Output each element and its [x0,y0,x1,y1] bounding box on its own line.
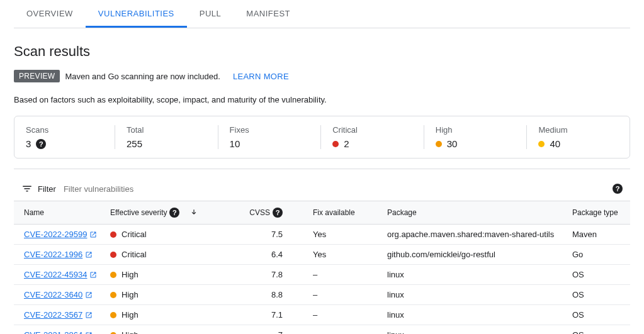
fix-value: – [288,265,382,285]
help-icon[interactable]: ? [169,208,179,218]
cve-link[interactable]: CVE-2021-3864 [24,330,93,334]
severity-text: High [121,310,138,320]
severity-cell: High [110,310,226,320]
stat-value: 40 [550,138,560,149]
severity-cell: High [110,330,226,334]
package-type-value: Maven [567,225,630,245]
fix-value: – [288,285,382,305]
external-link-icon [85,311,93,319]
cve-link[interactable]: CVE-2022-1996 [24,250,93,259]
package-value: linux [382,285,567,305]
table-row: CVE-2022-3640 High8.8–linuxOS [14,285,630,305]
stat-value: 30 [447,138,458,149]
package-type-value: OS [567,265,630,285]
package-type-value: Go [567,245,630,265]
severity-text: High [121,330,138,334]
cve-link[interactable]: CVE-2022-3567 [24,310,93,320]
stat-label: Fixes [230,125,310,135]
package-type-value: OS [567,285,630,305]
cvss-value: 6.4 [231,245,288,265]
cve-link[interactable]: CVE-2022-45934 [24,270,97,279]
tabs-bar: OVERVIEW VULNERABILITIES PULL MANIFEST [14,0,630,28]
severity-dot-icon [110,332,116,335]
help-icon[interactable]: ? [613,184,623,194]
stat-critical: Critical 2 [321,125,424,149]
severity-cell: High [110,290,226,299]
fix-value: Yes [288,245,382,265]
divider [14,169,630,169]
cvss-value: 7.8 [231,265,288,285]
critical-dot-icon [332,141,339,147]
severity-dot-icon [110,231,116,238]
tab-pull[interactable]: PULL [187,0,234,28]
vulnerabilities-table: Name Effective severity ? CVSS ? Fix ava… [14,201,630,334]
severity-dot-icon [110,292,116,298]
stat-label: Total [127,125,206,135]
column-fix[interactable]: Fix available [288,201,382,225]
stat-value: 3 [26,138,31,149]
tab-vulnerabilities[interactable]: VULNERABILITIES [86,0,187,28]
high-dot-icon [436,141,442,147]
severity-text: Critical [121,230,147,239]
filter-label: Filter [38,184,56,194]
external-link-icon [89,231,97,238]
package-type-value: OS [567,305,630,325]
table-row: CVE-2022-45934 High7.8–linuxOS [14,265,630,285]
severity-dot-icon [110,252,116,258]
sort-down-icon [189,208,198,217]
column-severity[interactable]: Effective severity ? [105,201,231,225]
severity-cell: High [110,270,226,279]
column-cvss-label: CVSS [249,208,270,217]
stat-scans: Scans 3 ? [14,125,115,149]
severity-dot-icon [110,312,116,318]
stat-label: Critical [332,125,412,135]
filter-icon [21,183,33,194]
fix-value: – [288,305,382,325]
column-cvss[interactable]: CVSS ? [231,201,288,225]
column-package[interactable]: Package [382,201,567,225]
package-value: org.apache.maven.shared:maven-shared-uti… [382,225,567,245]
external-link-icon [85,291,93,299]
stat-fixes: Fixes 10 [218,125,322,149]
external-link-icon [89,271,97,279]
package-value: linux [382,305,567,325]
column-severity-label: Effective severity [110,208,167,217]
filter-input[interactable] [64,184,613,194]
external-link-icon [85,331,93,335]
fix-value: – [288,325,382,335]
stat-high: High 30 [424,125,528,149]
help-icon[interactable]: ? [36,139,46,149]
help-icon[interactable]: ? [273,208,283,218]
preview-badge: PREVIEW [14,70,60,82]
stats-card: Scans 3 ? Total 255 Fixes 10 Critical 2 … [14,116,630,159]
package-value: linux [382,325,567,335]
package-value: github.com/emicklei/go-restful [382,245,567,265]
stat-medium: Medium 40 [527,125,630,149]
column-type[interactable]: Package type [567,201,630,225]
preview-banner: PREVIEW Maven and Go scanning are now in… [14,70,630,82]
stat-label: High [436,125,516,135]
severity-dot-icon [110,272,116,278]
subtitle-text: Based on factors such as exploitability,… [14,95,630,104]
fix-value: Yes [288,225,382,245]
learn-more-link[interactable]: LEARN MORE [233,72,289,81]
tab-manifest[interactable]: MANIFEST [234,0,303,28]
severity-text: High [121,270,138,279]
stat-value: 10 [230,138,240,149]
stat-value: 2 [344,138,349,149]
cve-link[interactable]: CVE-2022-29599 [24,230,97,239]
severity-text: High [121,290,138,299]
cvss-value: 7 [231,325,288,335]
stat-total: Total 255 [115,125,218,149]
column-name[interactable]: Name [14,201,105,225]
cvss-value: 7.1 [231,305,288,325]
package-value: linux [382,265,567,285]
severity-cell: Critical [110,230,226,239]
table-row: CVE-2022-1996 Critical6.4Yesgithub.com/e… [14,245,630,265]
cve-link[interactable]: CVE-2022-3640 [24,290,93,299]
page-title: Scan results [14,43,630,60]
table-row: CVE-2022-3567 High7.1–linuxOS [14,305,630,325]
stat-label: Scans [26,125,103,135]
tab-overview[interactable]: OVERVIEW [14,0,86,28]
cvss-value: 7.5 [231,225,288,245]
